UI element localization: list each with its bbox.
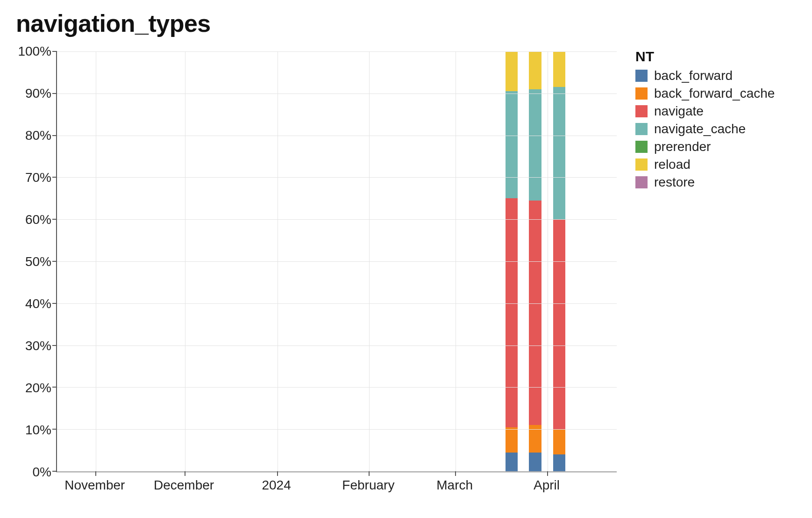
- x-tick-label: March: [436, 478, 473, 493]
- bar-segment-reload: [553, 51, 565, 87]
- y-tick-label: 90%: [25, 87, 51, 100]
- y-tick-mark: [52, 177, 57, 178]
- gridline-vertical: [456, 51, 456, 471]
- legend-item-back_forward[interactable]: back_forward: [635, 68, 775, 83]
- y-tick-label: 0%: [33, 466, 51, 479]
- gridline-vertical: [369, 51, 370, 471]
- y-axis: 100%90%80%70%60%50%40%30%20%10%0%: [14, 51, 56, 472]
- x-tick-label: February: [342, 478, 394, 493]
- bar-segment-navigate: [553, 219, 565, 429]
- y-tick-label: 10%: [25, 424, 51, 437]
- legend-label: back_forward_cache: [654, 86, 775, 101]
- legend-item-back_forward_cache[interactable]: back_forward_cache: [635, 86, 775, 101]
- y-tick-mark: [52, 429, 57, 430]
- gridline-vertical: [185, 51, 185, 471]
- y-tick-mark: [52, 387, 57, 388]
- gridline-horizontal: [57, 429, 617, 430]
- bar-segment-navigate_cache: [506, 91, 518, 198]
- plot-block: 100%90%80%70%60%50%40%30%20%10%0% Novemb…: [14, 51, 617, 496]
- y-tick-label: 80%: [25, 129, 51, 142]
- x-tick-label: 2024: [262, 478, 291, 493]
- y-tick-mark: [52, 219, 57, 220]
- chart-container: navigation_types 100%90%80%70%60%50%40%3…: [0, 0, 812, 518]
- y-tick-label: 40%: [25, 297, 51, 310]
- gridline-vertical: [548, 51, 548, 471]
- stacked-bar: [506, 50, 518, 471]
- legend-item-restore[interactable]: restore: [635, 175, 775, 190]
- gridline-horizontal: [57, 303, 617, 304]
- legend-label: navigate_cache: [654, 122, 746, 137]
- legend: NT back_forwardback_forward_cachenavigat…: [635, 49, 775, 193]
- bar-segment-back_forward: [529, 453, 541, 471]
- gridline-horizontal: [57, 177, 617, 178]
- legend-swatch: [635, 123, 648, 135]
- legend-item-navigate_cache[interactable]: navigate_cache: [635, 122, 775, 137]
- plot-area-row: 100%90%80%70%60%50%40%30%20%10%0%: [14, 51, 617, 472]
- bar-segment-reload: [529, 51, 541, 89]
- x-tick-label: November: [64, 478, 125, 493]
- gridline-horizontal: [57, 261, 617, 262]
- bar-segment-back_forward: [553, 454, 565, 471]
- legend-swatch: [635, 141, 648, 153]
- bar-segment-navigate_cache: [553, 87, 565, 219]
- y-tick-mark: [52, 471, 57, 472]
- y-tick-mark: [52, 135, 57, 136]
- legend-label: restore: [654, 175, 695, 190]
- legend-label: prerender: [654, 139, 711, 154]
- legend-item-prerender[interactable]: prerender: [635, 139, 775, 154]
- legend-label: reload: [654, 157, 691, 172]
- y-tick-label: 60%: [25, 213, 51, 226]
- y-tick-mark: [52, 93, 57, 94]
- stacked-bar: [553, 50, 565, 471]
- stacked-bar: [529, 50, 541, 471]
- y-tick-mark: [52, 345, 57, 346]
- chart-title: navigation_types: [16, 9, 793, 37]
- legend-swatch: [635, 87, 648, 100]
- chart-row: 100%90%80%70%60%50%40%30%20%10%0% Novemb…: [14, 51, 793, 496]
- y-tick-label: 20%: [25, 381, 51, 395]
- legend-item-navigate[interactable]: navigate: [635, 104, 775, 119]
- plot-area: [56, 51, 617, 472]
- gridline-horizontal: [57, 471, 617, 472]
- y-tick-mark: [52, 303, 57, 304]
- bar-segment-navigate_cache: [529, 89, 541, 201]
- legend-swatch: [635, 70, 648, 82]
- bar-segment-navigate: [529, 201, 541, 425]
- x-axis: NovemberDecember2024FebruaryMarchApril: [56, 472, 617, 496]
- legend-swatch: [635, 105, 648, 117]
- y-tick-mark: [52, 51, 57, 52]
- x-tick-label: April: [534, 478, 560, 493]
- bar-segment-back_forward_cache: [553, 429, 565, 454]
- y-tick-label: 100%: [18, 45, 51, 58]
- legend-items: back_forwardback_forward_cachenavigatena…: [635, 68, 775, 190]
- y-tick-mark: [52, 261, 57, 262]
- bar-segment-reload: [506, 51, 518, 91]
- gridline-horizontal: [57, 345, 617, 346]
- legend-item-reload[interactable]: reload: [635, 157, 775, 172]
- gridline-horizontal: [57, 136, 617, 136]
- legend-label: navigate: [654, 104, 704, 119]
- legend-swatch: [635, 176, 648, 188]
- legend-title: NT: [635, 49, 775, 65]
- legend-swatch: [635, 158, 648, 171]
- gridline-horizontal: [57, 51, 617, 52]
- gridline-horizontal: [57, 94, 617, 94]
- x-tick-label: December: [154, 478, 214, 493]
- y-tick-label: 50%: [25, 255, 51, 268]
- gridline-horizontal: [57, 387, 617, 388]
- gridline-horizontal: [57, 219, 617, 220]
- gridline-vertical: [278, 51, 278, 471]
- y-tick-label: 30%: [25, 339, 51, 353]
- bar-segment-back_forward_cache: [506, 427, 518, 453]
- legend-label: back_forward: [654, 68, 733, 83]
- bar-segment-back_forward: [506, 453, 518, 471]
- y-tick-label: 70%: [25, 171, 51, 184]
- gridline-vertical: [96, 51, 96, 471]
- bar-segment-navigate: [506, 198, 518, 427]
